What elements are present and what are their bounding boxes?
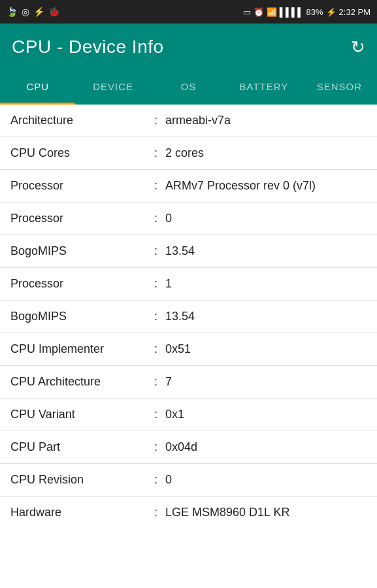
battery-icon: ⚡ bbox=[326, 7, 336, 17]
row-value: 0x04d bbox=[165, 440, 367, 454]
table-row: CPU Variant:0x1 bbox=[0, 399, 377, 431]
leaf-icon: 🍃 bbox=[7, 7, 18, 17]
table-row: BogoMIPS:13.54 bbox=[0, 235, 377, 268]
table-row: CPU Cores:2 cores bbox=[0, 137, 377, 170]
battery-percent: 83% bbox=[306, 7, 323, 17]
tab-device-label: DEVICE bbox=[93, 81, 133, 92]
tab-os[interactable]: OS bbox=[151, 71, 226, 103]
row-label: CPU Implementer bbox=[10, 342, 154, 356]
row-separator: : bbox=[154, 342, 157, 356]
row-value: 1 bbox=[165, 277, 367, 291]
row-label: CPU Cores bbox=[10, 146, 154, 160]
table-row: CPU Implementer:0x51 bbox=[0, 333, 377, 366]
row-value: LGE MSM8960 D1L KR bbox=[165, 506, 367, 519]
row-value: 0x1 bbox=[165, 408, 367, 421]
row-label: CPU Part bbox=[10, 440, 154, 454]
row-label: Processor bbox=[10, 212, 154, 225]
bug-icon: 🐞 bbox=[48, 7, 59, 17]
table-row: Processor:0 bbox=[0, 203, 377, 235]
tab-os-label: OS bbox=[181, 81, 197, 92]
row-separator: : bbox=[154, 408, 157, 421]
row-value: 0 bbox=[165, 473, 367, 487]
target-icon: ◎ bbox=[22, 7, 29, 17]
row-separator: : bbox=[154, 277, 157, 291]
row-label: CPU Variant bbox=[10, 408, 154, 421]
tab-sensor[interactable]: SENSOR bbox=[302, 71, 377, 103]
tab-bar: CPU DEVICE OS BATTERY SENSOR bbox=[0, 71, 377, 105]
time: 2:32 PM bbox=[339, 7, 370, 17]
table-row: Architecture:armeabi-v7a bbox=[0, 105, 377, 137]
row-value: ARMv7 Processor rev 0 (v7l) bbox=[165, 179, 367, 193]
phone-icon: ▭ bbox=[243, 7, 251, 17]
row-value: 0 bbox=[165, 212, 367, 225]
row-separator: : bbox=[154, 506, 157, 519]
status-bar: 🍃 ◎ ⚡ 🐞 ▭ ⏰ 📶 ▌▌▌▌ 83% ⚡ 2:32 PM bbox=[0, 0, 377, 24]
table-row: CPU Part:0x04d bbox=[0, 431, 377, 464]
row-label: Architecture bbox=[10, 114, 154, 127]
row-separator: : bbox=[154, 473, 157, 487]
row-value: 2 cores bbox=[165, 146, 367, 160]
table-row: CPU Revision:0 bbox=[0, 464, 377, 497]
table-row: CPU Architecture:7 bbox=[0, 366, 377, 399]
clock-icon: ⏰ bbox=[254, 7, 264, 17]
content-area: Architecture:armeabi-v7aCPU Cores:2 core… bbox=[0, 105, 377, 588]
tab-device[interactable]: DEVICE bbox=[75, 71, 150, 103]
row-separator: : bbox=[154, 146, 157, 160]
row-value: armeabi-v7a bbox=[165, 114, 367, 127]
table-row: BogoMIPS:13.54 bbox=[0, 301, 377, 333]
wifi-icon: 📶 bbox=[267, 7, 277, 17]
row-label: Processor bbox=[10, 277, 154, 291]
row-separator: : bbox=[154, 179, 157, 193]
status-info-right: ▭ ⏰ 📶 ▌▌▌▌ 83% ⚡ 2:32 PM bbox=[243, 7, 370, 17]
usb-icon: ⚡ bbox=[33, 7, 44, 17]
table-row: Processor:1 bbox=[0, 268, 377, 301]
row-separator: : bbox=[154, 212, 157, 225]
table-row: Processor:ARMv7 Processor rev 0 (v7l) bbox=[0, 170, 377, 203]
row-label: Hardware bbox=[10, 506, 154, 519]
signal-icon: ▌▌▌▌ bbox=[280, 7, 304, 17]
tab-battery-label: BATTERY bbox=[240, 81, 289, 92]
refresh-button[interactable]: ↻ bbox=[351, 37, 365, 57]
app-bar: CPU - Device Info ↻ bbox=[0, 24, 377, 71]
status-icons-left: 🍃 ◎ ⚡ 🐞 bbox=[7, 7, 59, 17]
table-row: Hardware:LGE MSM8960 D1L KR bbox=[0, 497, 377, 529]
row-value: 13.54 bbox=[165, 244, 367, 258]
app-title: CPU - Device Info bbox=[12, 37, 164, 57]
tab-cpu[interactable]: CPU bbox=[0, 71, 75, 103]
row-value: 13.54 bbox=[165, 310, 367, 323]
row-label: BogoMIPS bbox=[10, 310, 154, 323]
row-value: 7 bbox=[165, 375, 367, 389]
tab-battery[interactable]: BATTERY bbox=[226, 71, 301, 103]
row-label: CPU Revision bbox=[10, 473, 154, 487]
row-separator: : bbox=[154, 244, 157, 258]
row-value: 0x51 bbox=[165, 342, 367, 356]
row-separator: : bbox=[154, 440, 157, 454]
row-separator: : bbox=[154, 310, 157, 323]
row-separator: : bbox=[154, 375, 157, 389]
row-label: CPU Architecture bbox=[10, 375, 154, 389]
row-separator: : bbox=[154, 114, 157, 127]
row-label: BogoMIPS bbox=[10, 244, 154, 258]
row-label: Processor bbox=[10, 179, 154, 193]
tab-cpu-label: CPU bbox=[26, 81, 49, 92]
tab-sensor-label: SENSOR bbox=[317, 81, 362, 92]
